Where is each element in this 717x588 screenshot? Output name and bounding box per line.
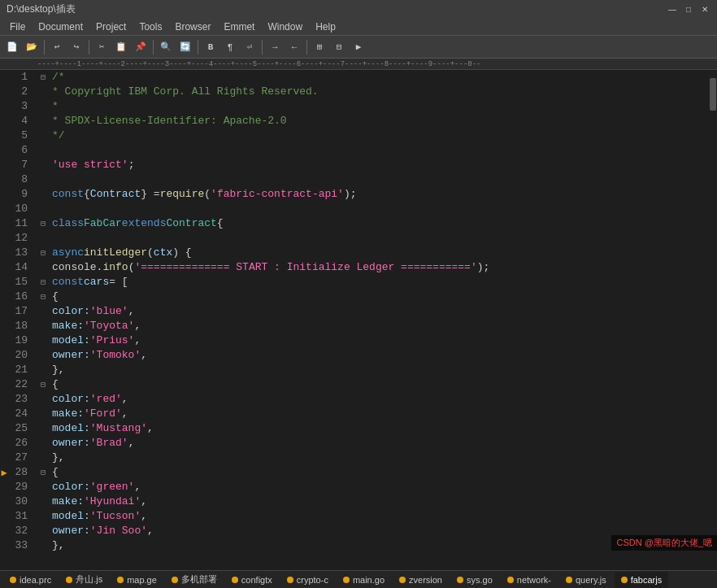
tab-舟山.js[interactable]: 舟山.js <box>59 572 109 588</box>
fold-indicator-16[interactable]: ⊟ <box>37 290 49 304</box>
token: , <box>122 392 128 407</box>
fold-indicator-28[interactable]: ⊟ <box>37 465 49 480</box>
toolbar-redo[interactable]: ↪ <box>67 38 85 56</box>
gutter-arrow-3 <box>0 99 8 114</box>
tab-icon-11 <box>621 577 628 583</box>
code-line-29: color: 'green', <box>52 480 709 494</box>
gutter-arrow-27 <box>0 451 8 465</box>
toolbar-undo[interactable]: ↩ <box>48 38 66 56</box>
tab-label-0: idea.prc <box>20 575 51 585</box>
line-numbers: 1234567891011121314151617181920212223242… <box>8 70 37 570</box>
token: 'Toyota' <box>84 319 134 333</box>
gutter-arrow-14 <box>0 260 8 275</box>
tab-idea.prc[interactable]: idea.prc <box>3 572 58 588</box>
breakpoint-arrow-28[interactable]: ▶ <box>1 467 7 479</box>
fold-indicator-12 <box>37 231 49 246</box>
tab-main.go[interactable]: main.go <box>337 572 391 588</box>
line-num-4: 4 <box>8 114 33 128</box>
tab-configtx[interactable]: configtx <box>225 572 279 588</box>
token: ctx <box>154 246 172 260</box>
tab-sys.go[interactable]: sys.go <box>450 572 499 588</box>
token: FabCar <box>84 216 122 231</box>
code-editor[interactable]: /* * Copyright IBM Corp. All Rights Rese… <box>49 70 709 570</box>
token: , <box>134 319 141 333</box>
tab-zversion[interactable]: zversion <box>393 572 449 588</box>
code-line-8 <box>52 172 709 187</box>
gutter-arrow-6 <box>0 143 8 158</box>
menu-help[interactable]: Help <box>309 20 342 34</box>
scroll-thumb[interactable] <box>710 78 716 111</box>
fold-indicator-13[interactable]: ⊟ <box>37 246 49 260</box>
fold-indicator-11[interactable]: ⊟ <box>37 216 49 231</box>
toolbar-copy[interactable]: 📋 <box>112 38 130 56</box>
maximize-button[interactable]: □ <box>683 3 694 15</box>
toolbar-sep-5 <box>262 40 263 54</box>
tab-crypto-c[interactable]: crypto-c <box>280 572 335 588</box>
menu-emmet[interactable]: Emmet <box>217 20 261 34</box>
gutter-arrow-26 <box>0 436 8 451</box>
toolbar-cut[interactable]: ✂ <box>93 38 111 56</box>
token: 'Tomoko' <box>90 348 141 363</box>
token: const <box>52 275 84 290</box>
fold-indicator-25 <box>37 421 49 436</box>
fold-indicator-4 <box>37 114 49 128</box>
fold-indicator-9 <box>37 187 49 202</box>
toolbar-format[interactable]: ¶ <box>221 38 239 56</box>
tab-fabcarjs[interactable]: fabcarjs <box>615 572 669 588</box>
token: info <box>102 260 128 275</box>
line-num-24: 24 <box>8 407 33 421</box>
gutter-arrow-5 <box>0 128 8 143</box>
fold-indicator-15[interactable]: ⊟ <box>37 275 49 290</box>
code-line-5: */ <box>52 128 709 143</box>
toolbar-search[interactable]: 🔍 <box>157 38 175 56</box>
line-num-22: 22 <box>8 377 33 392</box>
menu-tools[interactable]: Tools <box>133 20 168 34</box>
token: 'use strict' <box>52 158 128 172</box>
toolbar-outdent[interactable]: ← <box>285 38 303 56</box>
menu-document[interactable]: Document <box>32 20 89 34</box>
toolbar-wrap[interactable]: ⏎ <box>241 38 259 56</box>
right-scrollbar[interactable] <box>709 70 717 570</box>
fold-indicator-1[interactable]: ⊟ <box>37 70 49 85</box>
menu-window[interactable]: Window <box>261 20 309 34</box>
token: { <box>52 290 59 304</box>
token: make: <box>52 494 84 509</box>
gutter-arrow-30 <box>0 494 8 509</box>
tab-query.js[interactable]: query.js <box>559 572 613 588</box>
tab-map.ge[interactable]: map.ge <box>111 572 163 588</box>
menu-project[interactable]: Project <box>89 20 133 34</box>
tab-label-9: network- <box>517 575 551 585</box>
tab-label-5: crypto-c <box>297 575 328 585</box>
token: } = <box>141 187 159 202</box>
toolbar-preview[interactable]: ▶ <box>350 38 367 56</box>
minimize-button[interactable]: — <box>667 3 678 15</box>
menu-browser[interactable]: Browser <box>168 20 217 34</box>
gutter-arrow-24 <box>0 407 8 421</box>
tab-多机部署[interactable]: 多机部署 <box>165 572 224 588</box>
close-button[interactable]: ✕ <box>699 3 710 15</box>
fold-indicator-32 <box>37 524 49 538</box>
code-line-2: * Copyright IBM Corp. All Rights Reserve… <box>52 85 709 99</box>
menu-file[interactable]: File <box>3 20 32 34</box>
toolbar-new[interactable]: 📄 <box>3 38 21 56</box>
fold-indicator-22[interactable]: ⊟ <box>37 377 49 392</box>
toolbar-view[interactable]: ⊞ <box>311 38 328 56</box>
tab-network-[interactable]: network- <box>501 572 558 588</box>
tab-label-1: 舟山.js <box>76 573 102 586</box>
line-num-14: 14 <box>8 260 33 275</box>
fold-indicator-21 <box>37 363 49 377</box>
toolbar-bold[interactable]: B <box>202 38 219 56</box>
line-num-16: 16 <box>8 290 33 304</box>
toolbar-paste[interactable]: 📌 <box>132 38 150 56</box>
toolbar-open[interactable]: 📂 <box>23 38 41 56</box>
line-num-17: 17 <box>8 304 33 319</box>
tab-icon-9 <box>507 577 514 583</box>
token: color: <box>52 304 90 319</box>
fold-indicator-18 <box>37 319 49 333</box>
code-line-30: make: 'Hyundai', <box>52 494 709 509</box>
gutter-arrow-15 <box>0 275 8 290</box>
toolbar-split[interactable]: ⊟ <box>330 38 348 56</box>
code-line-10 <box>52 202 709 216</box>
toolbar-replace[interactable]: 🔄 <box>176 38 194 56</box>
toolbar-indent[interactable]: → <box>266 38 284 56</box>
